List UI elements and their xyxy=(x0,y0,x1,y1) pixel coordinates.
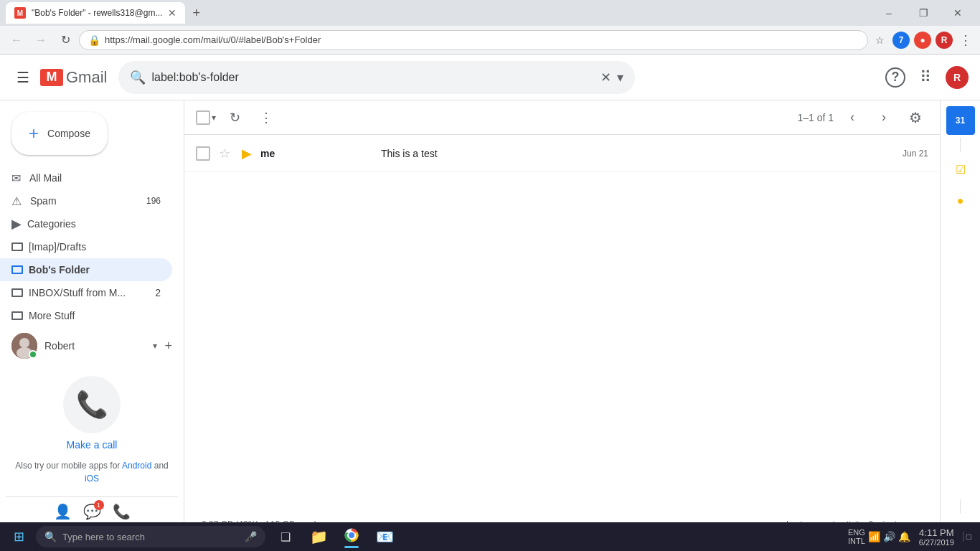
address-bar[interactable]: 🔒 https://mail.google.com/mail/u/0/#labe… xyxy=(79,30,868,50)
all-mail-label: All Mail xyxy=(29,172,161,184)
taskbar-apps: ❑ 📁 📧 xyxy=(270,524,400,550)
search-input[interactable] xyxy=(151,71,595,84)
mobile-apps-text: Also try our mobile apps for Android and… xyxy=(11,459,172,485)
taskbar-outlook[interactable]: 📧 xyxy=(369,524,400,550)
header-actions: ? ⠿ R xyxy=(885,63,969,92)
contacts-icon[interactable]: 👤 xyxy=(54,503,72,520)
taskbar-search-placeholder: Type here to search xyxy=(62,532,145,542)
sidebar-item-categories[interactable]: ▶ Categories xyxy=(0,212,172,235)
chrome-icon xyxy=(344,528,359,546)
make-call-section: 📞 Make a call Also try our mobile apps f… xyxy=(0,364,184,496)
clock-date: 6/27/2019 xyxy=(919,538,954,547)
email-checkbox[interactable] xyxy=(196,146,210,161)
gmail-app: ☰ M Gmail 🔍 ✕ ▾ ? ⠿ R + Compose ✉ xyxy=(0,55,980,551)
keyboard-layout-icon[interactable]: ENG INTL xyxy=(848,528,865,545)
gmail-logo-text: Gmail xyxy=(66,68,107,87)
prev-page-button[interactable]: ‹ xyxy=(839,105,865,131)
ios-link[interactable]: iOS xyxy=(85,474,99,484)
sidebar-item-inbox-stuff[interactable]: INBOX/Stuff from M... 2 xyxy=(0,281,172,304)
network-icon[interactable]: 📶 xyxy=(868,531,880,542)
search-icon: 🔍 xyxy=(130,70,146,85)
more-actions-button[interactable]: ⋮ xyxy=(253,105,279,131)
all-mail-icon: ✉ xyxy=(11,171,21,185)
taskbar-clock[interactable]: 4:11 PM 6/27/2019 xyxy=(913,527,960,547)
menu-icon[interactable]: ☰ xyxy=(11,66,34,89)
phone-icon-bottom[interactable]: 📞 xyxy=(113,503,131,520)
extension-2-icon[interactable]: ● xyxy=(914,32,931,49)
tasks-icon[interactable]: ☑ xyxy=(946,155,975,184)
notification-icon[interactable]: 🔔 xyxy=(898,531,910,542)
right-sidebar-divider xyxy=(960,138,961,152)
email-sender: me xyxy=(260,148,375,159)
next-page-button[interactable]: › xyxy=(871,105,897,131)
window-controls: – ❐ ✕ xyxy=(872,0,974,26)
email-list-area: ▾ ↻ ⋮ 1–1 of 1 ‹ › ⚙ ☆ ▶ me This is a te… xyxy=(184,100,940,551)
reload-button[interactable]: ↻ xyxy=(55,29,76,51)
taskbar-file-explorer[interactable]: 📁 xyxy=(303,524,334,550)
apps-button[interactable]: ⠿ xyxy=(911,63,940,92)
search-bar[interactable]: 🔍 ✕ ▾ xyxy=(118,61,635,94)
search-options-icon[interactable]: ▾ xyxy=(617,70,623,85)
refresh-button[interactable]: ↻ xyxy=(222,105,248,131)
compose-button[interactable]: + Compose xyxy=(11,112,108,155)
select-all-checkbox[interactable] xyxy=(196,110,210,125)
user-add-icon[interactable]: + xyxy=(164,339,172,354)
bookmark-star-icon[interactable]: ☆ xyxy=(871,32,888,49)
imap-drafts-folder-icon xyxy=(11,242,23,251)
keep-icon[interactable]: ● xyxy=(946,187,975,215)
new-tab-button[interactable]: + xyxy=(188,6,204,21)
spam-count: 196 xyxy=(146,196,161,206)
taskbar-search-bar[interactable]: 🔍 Type here to search 🎤 xyxy=(36,526,265,547)
more-options-icon[interactable]: ⋮ xyxy=(957,32,974,49)
user-profile-icon[interactable]: R xyxy=(936,32,953,49)
inbox-stuff-label: INBOX/Stuff from M... xyxy=(29,287,149,298)
tab-close-button[interactable]: ✕ xyxy=(168,7,176,19)
select-dropdown-icon[interactable]: ▾ xyxy=(212,113,216,123)
help-button[interactable]: ? xyxy=(885,67,905,88)
sidebar-item-more-stuff[interactable]: More Stuff xyxy=(0,304,172,327)
back-button[interactable]: ← xyxy=(6,29,27,51)
sidebar: + Compose ✉ All Mail ⚠ Spam 196 ▶ Catego… xyxy=(0,100,184,551)
select-all-container: ▾ xyxy=(196,110,216,125)
right-sidebar-bottom-divider xyxy=(960,499,961,514)
chat-icon[interactable]: 💬 1 xyxy=(83,503,101,520)
user-name-label: Robert xyxy=(44,340,146,352)
bobs-folder-label: Bob's Folder xyxy=(29,264,90,276)
minimize-button[interactable]: – xyxy=(872,0,905,26)
pagination-text: 1–1 of 1 xyxy=(797,112,834,123)
categories-expand-icon: ▶ xyxy=(11,216,22,232)
tab-title: "Bob's Folder" - rewells318@gm... xyxy=(32,8,162,18)
bottom-icons-row: 👤 💬 1 📞 xyxy=(6,496,178,526)
search-clear-icon[interactable]: ✕ xyxy=(600,70,611,85)
android-link[interactable]: Android xyxy=(122,461,151,471)
user-avatar-button[interactable]: R xyxy=(946,66,969,89)
sidebar-item-all-mail[interactable]: ✉ All Mail xyxy=(0,166,172,189)
email-date: Jun 21 xyxy=(903,149,928,159)
sidebar-item-bobs-folder[interactable]: Bob's Folder xyxy=(0,258,172,281)
compose-label: Compose xyxy=(47,128,90,139)
sidebar-user[interactable]: Robert ▾ + xyxy=(0,327,184,364)
gmail-body: + Compose ✉ All Mail ⚠ Spam 196 ▶ Catego… xyxy=(0,100,980,551)
make-call-link[interactable]: Make a call xyxy=(11,439,172,451)
sidebar-item-spam[interactable]: ⚠ Spam 196 xyxy=(0,189,172,212)
star-icon[interactable]: ☆ xyxy=(219,146,230,161)
extension-1-icon[interactable]: 7 xyxy=(892,32,910,49)
gmail-header: ☰ M Gmail 🔍 ✕ ▾ ? ⠿ R xyxy=(0,55,980,100)
maximize-button[interactable]: ❐ xyxy=(907,0,940,26)
taskbar-task-view[interactable]: ❑ xyxy=(270,524,301,550)
browser-tab[interactable]: M "Bob's Folder" - rewells318@gm... ✕ xyxy=(6,2,185,24)
close-button[interactable]: ✕ xyxy=(941,0,974,26)
taskbar-chrome[interactable] xyxy=(336,524,367,550)
svg-point-1 xyxy=(19,338,29,348)
show-desktop-icon[interactable]: □ xyxy=(963,532,971,542)
settings-button[interactable]: ⚙ xyxy=(903,105,928,131)
start-button[interactable]: ⊞ xyxy=(3,524,34,550)
calendar-icon[interactable]: 31 xyxy=(946,106,975,135)
volume-icon[interactable]: 🔊 xyxy=(883,531,895,542)
spam-label: Spam xyxy=(30,195,138,207)
forward-button[interactable]: → xyxy=(30,29,52,51)
taskbar-mic-icon[interactable]: 🎤 xyxy=(245,531,257,542)
spam-icon: ⚠ xyxy=(11,194,22,208)
sidebar-item-imap-drafts[interactable]: [Imap]/Drafts xyxy=(0,235,172,258)
table-row[interactable]: ☆ ▶ me This is a test Jun 21 xyxy=(184,135,940,172)
